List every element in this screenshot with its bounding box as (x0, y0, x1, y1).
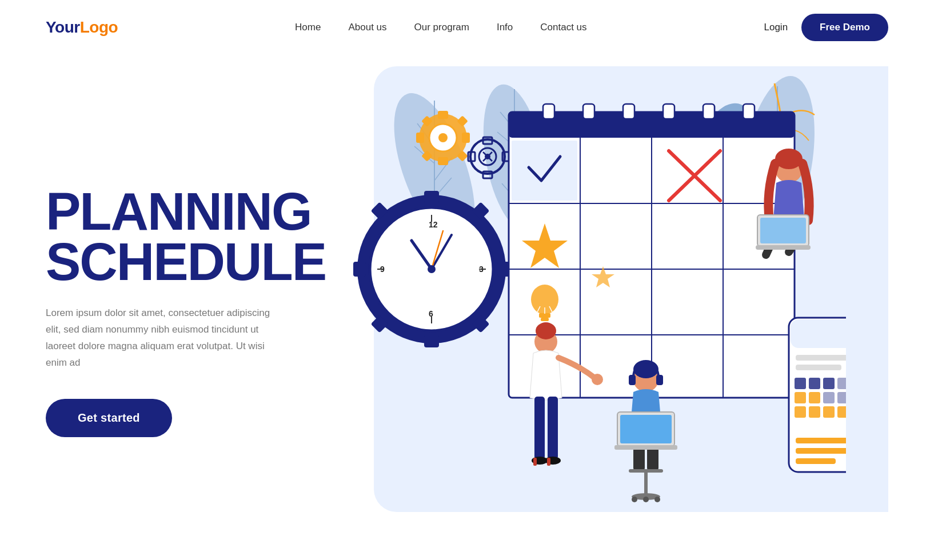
svg-rect-132 (837, 378, 846, 389)
svg-rect-112 (620, 415, 672, 443)
svg-text:3: 3 (479, 265, 484, 274)
svg-rect-139 (795, 406, 806, 418)
nav-links: Home About us Our program Info Contact u… (295, 22, 586, 33)
svg-rect-30 (424, 335, 439, 347)
svg-rect-75 (663, 104, 674, 119)
svg-rect-84 (512, 141, 577, 201)
svg-rect-131 (823, 378, 835, 389)
svg-point-97 (592, 374, 603, 385)
svg-rect-129 (795, 378, 806, 389)
illustration-svg: 12 6 9 3 (332, 66, 846, 535)
svg-rect-73 (583, 104, 594, 119)
nav-contact[interactable]: Contact us (540, 22, 586, 33)
svg-text:6: 6 (429, 309, 433, 318)
svg-rect-134 (795, 392, 806, 403)
hero-title: PLANNINGSCHEDULE (46, 187, 332, 287)
svg-rect-74 (623, 104, 634, 119)
svg-rect-99 (548, 397, 558, 459)
svg-point-45 (428, 265, 436, 273)
svg-rect-145 (796, 448, 846, 454)
svg-text:12: 12 (429, 220, 438, 229)
svg-rect-146 (796, 458, 836, 464)
hero-description: Lorem ipsum dolor sit amet, consectetuer… (46, 305, 286, 371)
svg-rect-72 (543, 104, 554, 119)
svg-rect-89 (539, 313, 550, 318)
svg-rect-136 (823, 392, 835, 403)
navbar: YourLogo Home About us Our program Info … (0, 0, 934, 55)
nav-actions: Login Free Demo (764, 14, 888, 41)
svg-rect-126 (791, 319, 846, 348)
svg-rect-77 (743, 104, 755, 119)
svg-rect-128 (796, 365, 841, 370)
svg-rect-123 (760, 218, 806, 243)
svg-rect-54 (462, 133, 470, 143)
svg-rect-115 (644, 472, 648, 495)
svg-point-117 (632, 497, 637, 502)
svg-point-119 (654, 497, 660, 502)
svg-point-118 (643, 497, 649, 502)
svg-rect-137 (837, 392, 846, 403)
hero-illustration: 12 6 9 3 (332, 66, 888, 535)
logo-your: Your (46, 18, 80, 36)
svg-rect-135 (809, 392, 820, 403)
svg-rect-76 (703, 104, 715, 119)
svg-point-106 (633, 360, 658, 378)
svg-rect-51 (438, 111, 448, 119)
svg-rect-124 (756, 245, 811, 250)
hero-section: PLANNINGSCHEDULE Lorem ipsum dolor sit a… (0, 55, 934, 535)
svg-rect-144 (796, 438, 846, 443)
svg-rect-141 (823, 406, 835, 418)
svg-rect-142 (837, 406, 846, 418)
svg-rect-107 (629, 375, 636, 385)
svg-rect-90 (541, 318, 549, 321)
svg-rect-29 (424, 191, 439, 203)
svg-text:9: 9 (380, 265, 385, 274)
svg-point-60 (438, 133, 448, 142)
svg-rect-130 (809, 378, 820, 389)
nav-info[interactable]: Info (497, 22, 513, 33)
nav-home[interactable]: Home (295, 22, 321, 33)
nav-program[interactable]: Our program (414, 22, 469, 33)
svg-rect-102 (533, 458, 537, 466)
svg-rect-52 (438, 157, 448, 165)
svg-rect-53 (416, 133, 424, 143)
svg-rect-108 (656, 375, 663, 385)
login-button[interactable]: Login (764, 22, 788, 33)
svg-rect-127 (796, 355, 846, 361)
free-demo-button[interactable]: Free Demo (801, 14, 888, 41)
nav-about[interactable]: About us (348, 22, 386, 33)
svg-rect-140 (809, 406, 820, 418)
logo[interactable]: YourLogo (46, 18, 118, 37)
logo-logo: Logo (80, 18, 118, 36)
svg-rect-98 (534, 397, 545, 459)
hero-left: PLANNINGSCHEDULE Lorem ipsum dolor sit a… (46, 164, 332, 437)
svg-rect-31 (353, 262, 366, 277)
get-started-button[interactable]: Get started (46, 399, 172, 437)
svg-rect-103 (547, 458, 550, 466)
svg-point-95 (536, 322, 556, 339)
svg-rect-113 (614, 445, 677, 450)
svg-point-121 (775, 149, 803, 169)
